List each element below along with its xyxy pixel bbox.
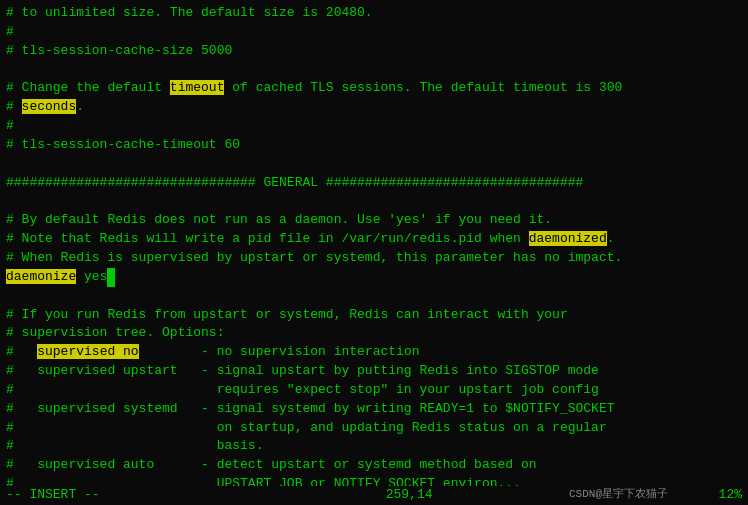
line-18: # supervision tree. Options:: [6, 324, 742, 343]
line-13: # Note that Redis will write a pid file …: [6, 230, 742, 249]
terminal: # to unlimited size. The default size is…: [0, 0, 748, 505]
line-15: daemonize yes: [6, 268, 742, 287]
timeout-highlight: timeout: [170, 80, 225, 95]
line-19: # supervised no - no supervision interac…: [6, 343, 742, 362]
line-17: # If you run Redis from upstart or syste…: [6, 306, 742, 325]
line-22: # supervised systemd - signal systemd by…: [6, 400, 742, 419]
line-21: # requires "expect stop" in your upstart…: [6, 381, 742, 400]
line-25: # supervised auto - detect upstart or sy…: [6, 456, 742, 475]
watermark: CSDN@星宇下农猫子: [569, 487, 668, 503]
line-3: # tls-session-cache-size 5000: [6, 42, 742, 61]
daemonize-cmd: daemonize: [6, 269, 76, 284]
line-4: [6, 61, 742, 80]
insert-mode-label: -- INSERT --: [6, 486, 100, 505]
line-11: [6, 192, 742, 211]
line-20: # supervised upstart - signal upstart by…: [6, 362, 742, 381]
line-23: # on startup, and updating Redis status …: [6, 419, 742, 438]
line-12: # By default Redis does not run as a dae…: [6, 211, 742, 230]
line-16: [6, 287, 742, 306]
position-label: 259,14: [386, 486, 433, 505]
line-7: #: [6, 117, 742, 136]
percentage-label: 12%: [719, 486, 742, 505]
line-14: # When Redis is supervised by upstart or…: [6, 249, 742, 268]
supervised-no-highlight: supervised no: [37, 344, 138, 359]
line-24: # basis.: [6, 437, 742, 456]
line-6: # seconds.: [6, 98, 742, 117]
line-10: ################################ GENERAL…: [6, 174, 742, 193]
cursor: [107, 268, 115, 287]
line-5: # Change the default timeout of cached T…: [6, 79, 742, 98]
line-9: [6, 155, 742, 174]
line-2: #: [6, 23, 742, 42]
line-1: # to unlimited size. The default size is…: [6, 4, 742, 23]
seconds-highlight: seconds: [22, 99, 77, 114]
daemonized-highlight-1: daemonized: [529, 231, 607, 246]
line-8: # tls-session-cache-timeout 60: [6, 136, 742, 155]
